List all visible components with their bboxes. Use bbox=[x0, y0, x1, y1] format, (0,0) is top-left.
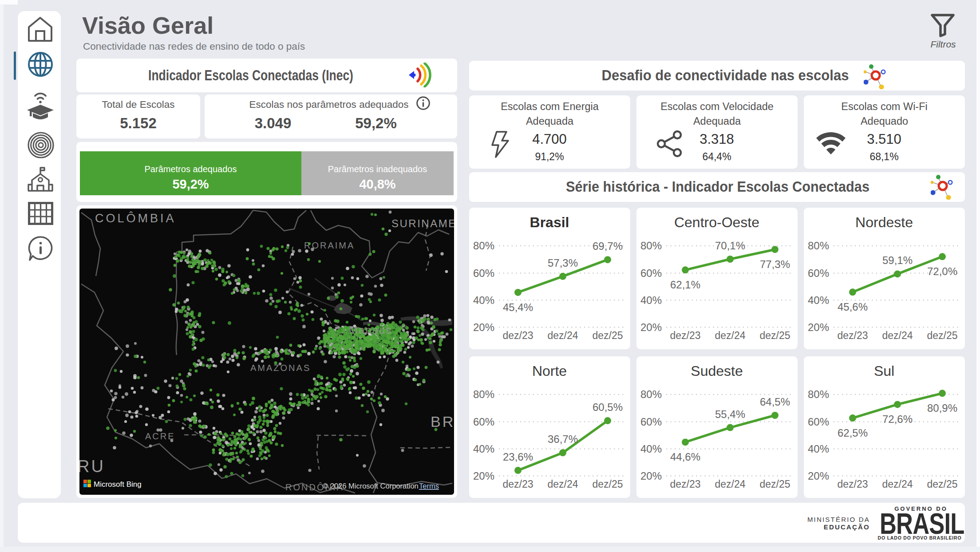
svg-text:60%: 60% bbox=[808, 267, 829, 279]
svg-text:60%: 60% bbox=[808, 416, 829, 428]
svg-text:dez/23: dez/23 bbox=[837, 330, 868, 341]
svg-text:44,6%: 44,6% bbox=[670, 451, 700, 463]
svg-text:RU: RU bbox=[79, 457, 105, 476]
svg-text:dez/25: dez/25 bbox=[759, 478, 790, 490]
svg-text:40%: 40% bbox=[473, 443, 494, 455]
svg-text:40%: 40% bbox=[473, 294, 494, 306]
svg-text:dez/24: dez/24 bbox=[882, 478, 913, 490]
svg-text:dez/24: dez/24 bbox=[547, 478, 578, 490]
svg-text:dez/24: dez/24 bbox=[547, 330, 578, 341]
svg-text:ACRE: ACRE bbox=[145, 431, 175, 441]
svg-text:dez/23: dez/23 bbox=[670, 330, 700, 341]
svg-text:dez/24: dez/24 bbox=[715, 330, 745, 341]
svg-text:60%: 60% bbox=[473, 416, 494, 428]
svg-text:72,6%: 72,6% bbox=[882, 413, 913, 425]
svg-text:23,6%: 23,6% bbox=[503, 451, 533, 463]
svg-text:dez/24: dez/24 bbox=[715, 478, 745, 490]
svg-text:20%: 20% bbox=[808, 470, 829, 482]
svg-text:69,7%: 69,7% bbox=[593, 240, 623, 252]
svg-text:Sul: Sul bbox=[874, 363, 894, 379]
svg-text:dez/23: dez/23 bbox=[837, 478, 868, 490]
svg-text:20%: 20% bbox=[473, 321, 494, 333]
svg-text:40%: 40% bbox=[808, 294, 829, 306]
svg-text:55,4%: 55,4% bbox=[715, 408, 745, 420]
svg-text:dez/25: dez/25 bbox=[927, 478, 957, 490]
svg-text:80%: 80% bbox=[473, 388, 494, 400]
svg-text:60,5%: 60,5% bbox=[593, 401, 623, 413]
svg-text:© 2026 Microsoft Corporation: © 2026 Microsoft Corporation bbox=[323, 482, 419, 490]
svg-text:20%: 20% bbox=[473, 470, 494, 482]
svg-text:77,3%: 77,3% bbox=[760, 258, 790, 270]
svg-text:BRA: BRA bbox=[431, 413, 454, 430]
svg-text:45,4%: 45,4% bbox=[503, 301, 533, 313]
svg-text:Brasil: Brasil bbox=[530, 214, 569, 230]
svg-text:64,5%: 64,5% bbox=[760, 396, 790, 408]
svg-text:Manaus: Manaus bbox=[349, 324, 392, 336]
svg-text:dez/25: dez/25 bbox=[759, 330, 790, 341]
svg-text:Terms: Terms bbox=[419, 482, 439, 490]
svg-text:dez/23: dez/23 bbox=[502, 478, 533, 490]
svg-text:80,9%: 80,9% bbox=[927, 402, 957, 414]
svg-text:Centro-Oeste: Centro-Oeste bbox=[674, 214, 759, 230]
svg-text:40%: 40% bbox=[640, 294, 662, 306]
svg-text:Microsoft Bing: Microsoft Bing bbox=[94, 480, 142, 489]
svg-text:20%: 20% bbox=[640, 470, 662, 482]
svg-text:20%: 20% bbox=[808, 321, 829, 333]
svg-text:Sudeste: Sudeste bbox=[691, 363, 743, 379]
svg-text:20%: 20% bbox=[640, 321, 662, 333]
svg-text:dez/23: dez/23 bbox=[502, 330, 533, 341]
svg-text:72,0%: 72,0% bbox=[927, 265, 957, 277]
svg-text:COLÔMBIA: COLÔMBIA bbox=[95, 211, 176, 225]
svg-text:40%: 40% bbox=[640, 443, 662, 455]
svg-text:80%: 80% bbox=[808, 388, 829, 400]
svg-text:36,7%: 36,7% bbox=[548, 433, 578, 445]
svg-text:dez/25: dez/25 bbox=[927, 330, 957, 341]
svg-text:80%: 80% bbox=[640, 240, 662, 252]
svg-text:SURINAME: SURINAME bbox=[391, 217, 454, 229]
svg-text:62,5%: 62,5% bbox=[838, 427, 868, 439]
svg-text:57,3%: 57,3% bbox=[548, 257, 578, 269]
svg-text:60%: 60% bbox=[640, 267, 662, 279]
svg-text:dez/24: dez/24 bbox=[882, 330, 913, 341]
svg-text:dez/25: dez/25 bbox=[592, 478, 623, 490]
svg-text:80%: 80% bbox=[808, 240, 829, 252]
svg-text:dez/23: dez/23 bbox=[670, 478, 700, 490]
svg-text:59,1%: 59,1% bbox=[882, 254, 913, 266]
svg-text:45,6%: 45,6% bbox=[838, 301, 868, 313]
svg-text:Norte: Norte bbox=[532, 363, 567, 379]
svg-text:40%: 40% bbox=[808, 443, 829, 455]
svg-text:80%: 80% bbox=[473, 240, 494, 252]
svg-text:60%: 60% bbox=[640, 416, 662, 428]
svg-text:70,1%: 70,1% bbox=[715, 240, 745, 252]
svg-text:80%: 80% bbox=[640, 388, 662, 400]
svg-text:62,1%: 62,1% bbox=[670, 279, 700, 291]
svg-text:60%: 60% bbox=[473, 267, 494, 279]
svg-text:dez/25: dez/25 bbox=[592, 330, 623, 341]
svg-text:Nordeste: Nordeste bbox=[855, 214, 913, 230]
